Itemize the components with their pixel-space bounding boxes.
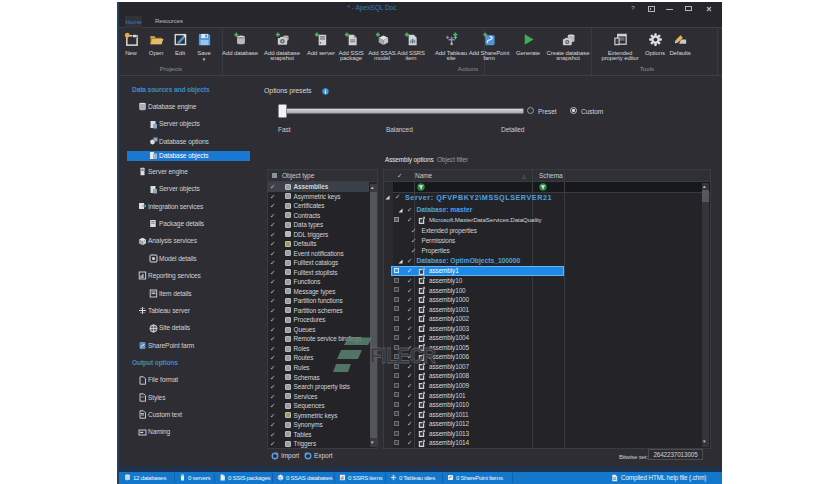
- svg-text:FILECR: FILECR: [370, 343, 436, 368]
